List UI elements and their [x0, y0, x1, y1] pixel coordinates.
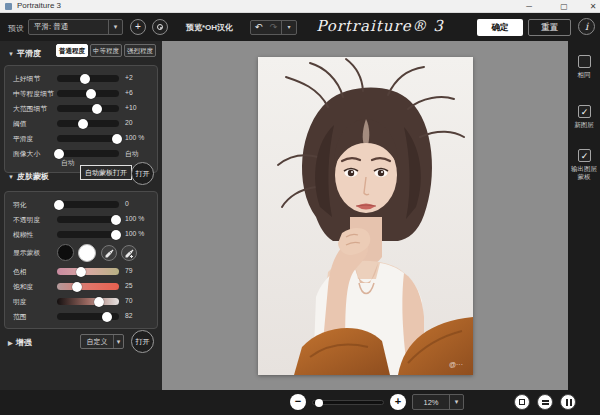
slider-track[interactable]: [57, 216, 119, 223]
slider-track[interactable]: [57, 120, 119, 127]
redo-button[interactable]: ↷: [266, 21, 281, 34]
title-bar: Portraiture 3 ─ ▢ ✕: [0, 0, 600, 13]
chevron-down-icon: ▾: [449, 395, 463, 409]
history-dropdown-icon[interactable]: ▾: [281, 21, 296, 34]
minimize-button[interactable]: ─: [516, 0, 542, 13]
auto-mask-tooltip[interactable]: 自动蒙板打开: [80, 165, 132, 180]
zoom-slider-thumb[interactable]: [315, 399, 323, 407]
slider-smoothness: 平滑度 100 %: [9, 131, 151, 146]
slider-track[interactable]: [57, 90, 119, 97]
checkbox-new-layer-label: 新图层: [574, 121, 594, 129]
eyedropper-add-button[interactable]: [121, 245, 137, 261]
reset-button[interactable]: 重置: [528, 19, 571, 36]
zoom-slider-track[interactable]: [312, 400, 384, 405]
enhance-section-header[interactable]: ▶增强: [8, 337, 32, 348]
slider-saturation: 饱和度 25: [9, 279, 151, 294]
zoom-level-dropdown[interactable]: 12% ▾: [412, 394, 464, 410]
portrait-photo: @···: [258, 57, 473, 375]
adjustments-panel: ▼平滑度 普通程度 中等程度 强烈程度 上好细节 +2 中等程度细节 +6 大范…: [0, 41, 162, 390]
mode-medium-button[interactable]: 中等程度: [90, 44, 122, 57]
hue-slider-track[interactable]: [57, 268, 119, 275]
slider-thumb[interactable]: [72, 282, 82, 292]
lightness-slider-track[interactable]: [57, 298, 119, 305]
split-vertical-view-button[interactable]: [560, 394, 576, 410]
chevron-down-icon: ▾: [113, 335, 123, 348]
undo-button[interactable]: ↶: [251, 21, 266, 34]
slider-thumb[interactable]: [111, 215, 121, 225]
checkbox-output-mask[interactable]: ✓: [578, 149, 591, 162]
checkbox-same[interactable]: [578, 55, 591, 68]
slider-opacity: 不透明度 100 %: [9, 212, 151, 227]
slider-threshold: 阈值 20: [9, 116, 151, 131]
checkbox-output-mask-label: 输出图层蒙板: [570, 165, 598, 181]
slider-track[interactable]: [57, 105, 119, 112]
zoom-in-button[interactable]: +: [390, 394, 406, 410]
slider-track[interactable]: [57, 150, 119, 157]
slider-medium-detail: 中等程度细节 +6: [9, 86, 151, 101]
maximize-button[interactable]: ▢: [551, 0, 577, 13]
close-button[interactable]: ✕: [580, 0, 600, 13]
settings-button[interactable]: [152, 19, 168, 35]
preset-dropdown[interactable]: 平滑: 普通 ▾: [28, 19, 123, 35]
preview-area: @···: [162, 41, 568, 390]
slider-thumb[interactable]: [112, 134, 122, 144]
mode-strong-button[interactable]: 强烈程度: [124, 44, 156, 57]
zoom-bar: − + 12% ▾: [0, 390, 600, 415]
add-preset-button[interactable]: +: [130, 19, 146, 35]
preview-localization-note: 预览*OH汉化: [186, 22, 233, 33]
slider-track[interactable]: [57, 135, 119, 142]
slider-thumb[interactable]: [86, 89, 96, 99]
checkbox-new-layer[interactable]: ✓: [578, 105, 591, 118]
mask-color-black-swatch[interactable]: [57, 244, 74, 261]
slider-track[interactable]: [57, 75, 119, 82]
slider-thumb[interactable]: [94, 297, 104, 307]
smoothing-mode-group: 普通程度 中等程度 强烈程度: [56, 44, 156, 57]
slider-thumb[interactable]: [80, 74, 90, 84]
slider-track[interactable]: [57, 201, 119, 208]
smoothing-section-header[interactable]: ▼平滑度: [8, 48, 41, 59]
ok-button[interactable]: 确定: [477, 19, 523, 36]
slider-thumb[interactable]: [54, 200, 64, 210]
slider-large-detail: 大范围细节 +10: [9, 101, 151, 116]
slider-thumb[interactable]: [102, 312, 112, 322]
slider-thumb[interactable]: [78, 119, 88, 129]
enhance-open-toggle[interactable]: 打开: [131, 330, 154, 353]
checkbox-same-label: 相同: [570, 71, 598, 79]
collapse-icon: ▼: [8, 51, 14, 57]
app-logo: Portraiture® 3: [305, 17, 455, 35]
mask-open-toggle[interactable]: 打开: [131, 162, 154, 185]
chevron-down-icon[interactable]: ▾: [108, 20, 122, 34]
window-title: Portraiture 3: [17, 1, 61, 10]
app-icon: [5, 3, 12, 10]
eyedropper-button[interactable]: [101, 245, 117, 261]
slider-track[interactable]: [57, 231, 119, 238]
slider-thumb[interactable]: [92, 104, 102, 114]
split-horizontal-view-button[interactable]: [537, 394, 553, 410]
slider-hue: 色相 79: [9, 264, 151, 279]
range-slider-track[interactable]: [57, 313, 119, 320]
slider-lightness: 明度 70: [9, 294, 151, 309]
eyedropper-plus-icon: [125, 249, 134, 258]
info-button[interactable]: i: [578, 18, 595, 35]
saturation-slider-track[interactable]: [57, 283, 119, 290]
mode-normal-button[interactable]: 普通程度: [56, 44, 88, 57]
eyedropper-icon: [105, 249, 114, 258]
slider-fuzziness: 模糊性 100 %: [9, 227, 151, 242]
enhance-preset-dropdown[interactable]: 自定义 ▾: [80, 334, 124, 349]
mask-color-white-swatch[interactable]: [78, 244, 96, 262]
slider-feather: 羽化 0: [9, 197, 151, 212]
slider-thumb[interactable]: [111, 230, 121, 240]
plus-icon: +: [135, 21, 141, 32]
expand-icon: ▶: [8, 340, 13, 346]
show-mask-row: 显示蒙板: [9, 242, 151, 264]
zoom-out-button[interactable]: −: [290, 394, 306, 410]
preset-value: 平滑: 普通: [29, 22, 108, 32]
zoom-level-value: 12%: [413, 398, 449, 407]
single-view-button[interactable]: [514, 394, 530, 410]
slider-thumb[interactable]: [54, 149, 64, 159]
skin-mask-section-header[interactable]: ▼皮肤蒙板: [8, 171, 49, 182]
preset-label: 预设: [8, 23, 24, 34]
slider-thumb[interactable]: [76, 267, 86, 277]
collapse-icon: ▼: [8, 174, 14, 180]
single-view-icon: [519, 399, 525, 405]
